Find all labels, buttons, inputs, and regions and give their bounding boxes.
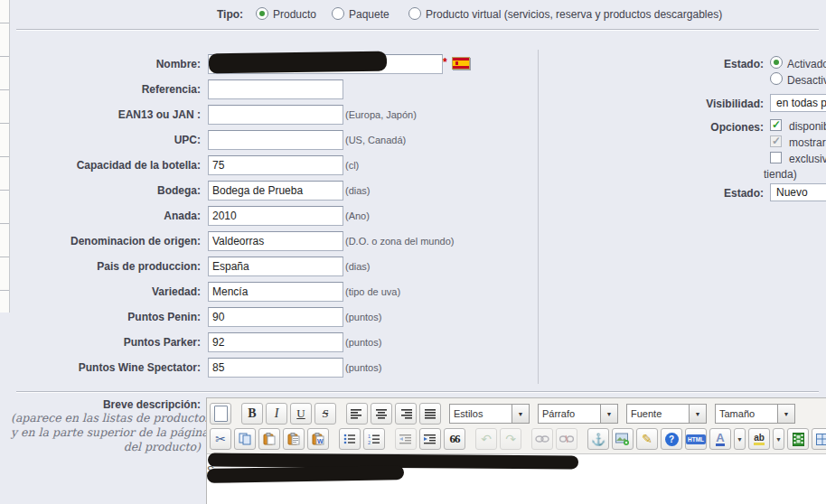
column-divider (538, 50, 539, 384)
radio-producto-virtual[interactable] (408, 7, 421, 20)
top-divider (16, 29, 819, 31)
checkbox-mostrar[interactable] (770, 135, 782, 147)
help-icon: ? (665, 433, 679, 446)
copy-button[interactable] (234, 428, 256, 450)
new-document-button[interactable] (210, 403, 231, 425)
font-color-button[interactable]: A (709, 428, 731, 450)
paste-as-text-button[interactable] (283, 428, 305, 450)
media-icon (793, 433, 804, 446)
checkbox-exclusivo-label: exclusivo (789, 153, 826, 165)
denominacion-input[interactable] (208, 231, 343, 251)
parrafo-dropdown[interactable]: Párrafo▼ (538, 404, 618, 424)
edit-pencil-button[interactable]: ✎ (636, 428, 658, 450)
align-right-button[interactable] (395, 403, 417, 425)
tamano-dropdown-value: Tamaño (715, 404, 777, 424)
link-icon (535, 434, 549, 443)
checkbox-exclusivo-label-wrap: tienda) (764, 168, 797, 181)
capacidad-label: Capacidad de la botella: (11, 159, 201, 172)
copy-icon (239, 433, 251, 445)
tab-divider (0, 123, 9, 124)
parrafo-dropdown-value: Párrafo (538, 404, 600, 424)
align-center-icon (375, 408, 388, 419)
variedad-input[interactable] (208, 282, 343, 302)
anada-input[interactable] (208, 206, 343, 226)
estilos-dropdown[interactable]: Estilos▼ (449, 404, 530, 424)
outdent-button[interactable] (395, 428, 417, 450)
insert-image-icon (615, 433, 630, 445)
bodega-input[interactable] (208, 181, 343, 201)
paste-from-word-button[interactable]: W (307, 428, 329, 450)
align-justify-button[interactable] (419, 403, 441, 425)
underline-button[interactable]: U (290, 403, 312, 425)
blockquote-button[interactable]: 66 (444, 428, 465, 450)
puntos-penin-hint: (puntos) (345, 312, 381, 322)
spanish-flag-icon[interactable] (452, 57, 470, 70)
capacidad-input[interactable] (208, 155, 343, 175)
visibilidad-label: Visibilidad: (628, 98, 764, 110)
blockquote-icon: 66 (450, 432, 460, 446)
undo-button[interactable]: ↶ (475, 428, 497, 450)
upc-hint: (US, Canadá) (345, 135, 406, 145)
upc-label: UPC: (11, 134, 201, 146)
puntos-penin-input[interactable] (208, 307, 343, 327)
html-source-button[interactable]: HTML (685, 428, 707, 450)
highlight-color-dropdown-arrow[interactable]: ▼ (773, 428, 784, 450)
insert-image-button[interactable] (612, 428, 634, 450)
indent-button[interactable] (419, 428, 441, 450)
visibilidad-select[interactable]: en todas par (770, 94, 826, 112)
radio-producto[interactable] (256, 7, 268, 20)
highlight-color-button[interactable]: ab (748, 428, 770, 450)
fuente-dropdown-value: Fuente (626, 404, 689, 424)
fuente-dropdown[interactable]: Fuente▼ (626, 404, 707, 424)
italic-button[interactable]: I (266, 403, 287, 425)
link-button[interactable] (531, 428, 553, 450)
table-button[interactable] (812, 428, 826, 450)
help-button[interactable]: ? (661, 428, 682, 450)
bullet-list-button[interactable] (339, 428, 361, 450)
cut-button[interactable]: ✂ (210, 428, 231, 450)
ean13-hint: (Europa, Japón) (345, 109, 417, 120)
strikethrough-button[interactable]: S (314, 403, 336, 425)
unlink-button[interactable] (556, 428, 577, 450)
description-note-line: y en la parte superior de la página (11, 425, 201, 439)
align-left-button[interactable] (346, 403, 368, 425)
bullet-list-icon (343, 434, 356, 444)
font-color-dropdown-arrow[interactable]: ▼ (734, 428, 746, 450)
radio-activado[interactable] (770, 56, 783, 69)
radio-producto-label: Producto (273, 8, 316, 21)
editor-toolbar-row-2: ✂ W 12 66 ↶ ↷ ⚓ ✎ ? HTML A ▼ ab ▼ (207, 426, 826, 452)
tab-divider (0, 190, 9, 191)
numbered-list-button[interactable]: 12 (363, 428, 385, 450)
radio-paquete[interactable] (332, 7, 344, 20)
checkbox-exclusivo[interactable] (770, 152, 782, 163)
puntos-penin-label: Puntos Penin: (11, 311, 201, 323)
redo-button[interactable]: ↷ (500, 428, 521, 450)
denominacion-label: Denominacion de origen: (11, 235, 201, 247)
ean13-label: EAN13 ou JAN : (11, 108, 201, 121)
tab-divider (0, 23, 9, 23)
media-button[interactable] (787, 428, 809, 450)
puntos-wine-spectator-input[interactable] (208, 358, 343, 378)
ean13-input[interactable] (208, 105, 343, 125)
strikethrough-icon: S (323, 406, 329, 421)
tab-divider (0, 223, 9, 224)
referencia-input[interactable] (208, 79, 343, 99)
pais-input[interactable] (208, 257, 343, 276)
bodega-label: Bodega: (11, 184, 201, 197)
edit-pencil-icon: ✎ (642, 432, 652, 446)
puntos-parker-input[interactable] (208, 332, 343, 352)
align-right-icon (399, 408, 412, 419)
nombre-label: Nombre: (11, 58, 201, 70)
upc-input[interactable] (208, 130, 343, 150)
paste-button[interactable] (258, 428, 280, 450)
underline-icon: U (296, 406, 305, 421)
estilos-dropdown-value: Estilos (449, 404, 512, 424)
align-center-button[interactable] (371, 403, 392, 425)
anchor-button[interactable]: ⚓ (587, 428, 609, 450)
checkbox-disponible[interactable] (770, 119, 782, 131)
sidebar-tab-strip[interactable] (0, 0, 10, 313)
radio-desactivado[interactable] (770, 72, 783, 85)
bold-button[interactable]: B (241, 403, 263, 425)
estado-producto-select[interactable]: Nuevo (770, 183, 826, 201)
tamano-dropdown[interactable]: Tamaño▼ (715, 404, 795, 424)
